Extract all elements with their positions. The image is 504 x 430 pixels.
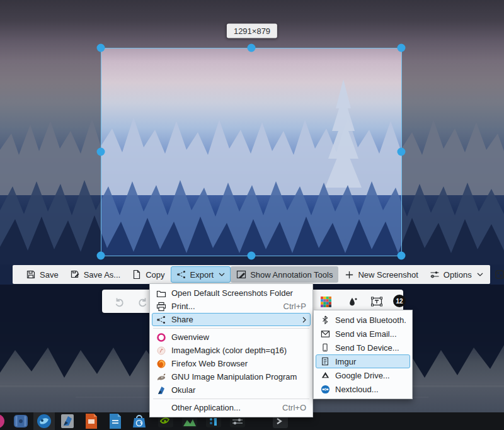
taskbar-icon-falkon-browser[interactable] bbox=[36, 413, 52, 429]
dim-overlay-right bbox=[402, 48, 504, 256]
taskbar-icon-libreoffice-impress[interactable] bbox=[83, 413, 100, 429]
menu-item-label: Other Application... bbox=[171, 403, 277, 412]
selection-size-label: 1291×879 bbox=[227, 24, 277, 38]
selection-handle-middle-right[interactable] bbox=[398, 148, 406, 156]
device-icon bbox=[320, 343, 330, 352]
selection-handle-middle-left[interactable] bbox=[97, 148, 105, 156]
submenu-arrow-icon bbox=[302, 317, 306, 323]
menu-item-imagemagick[interactable]: ImageMagick (color depth=q16) bbox=[152, 344, 311, 357]
fill-opacity-icon[interactable] bbox=[346, 295, 359, 308]
menu-item-nextcloud[interactable]: Nextcloud... bbox=[316, 382, 410, 396]
annotation-tools-icon bbox=[236, 269, 246, 280]
menu-item-label: Okular bbox=[171, 385, 306, 395]
printer-icon bbox=[156, 302, 166, 312]
help-icon bbox=[495, 269, 504, 280]
share-submenu: Send via Bluetooth... Send via Email... … bbox=[313, 310, 413, 399]
selection-handle-top-right[interactable] bbox=[398, 44, 406, 52]
redo-icon[interactable] bbox=[136, 295, 149, 308]
export-label: Export bbox=[190, 270, 214, 280]
font-size-badge[interactable]: 12 bbox=[393, 295, 406, 307]
options-button[interactable]: Options bbox=[424, 266, 489, 283]
menu-item-open-screenshots-folder[interactable]: Open Default Screenshots Folder bbox=[152, 286, 311, 300]
menu-separator bbox=[153, 399, 309, 399]
chevron-down-icon bbox=[219, 273, 225, 276]
menu-item-imgur[interactable]: Imgur bbox=[316, 354, 410, 368]
options-label: Options bbox=[444, 270, 472, 280]
new-screenshot-button[interactable]: New Screenshot bbox=[338, 266, 423, 283]
menu-item-shortcut: Ctrl+P bbox=[284, 302, 306, 311]
menu-item-send-bluetooth[interactable]: Send via Bluetooth... bbox=[316, 313, 410, 327]
selection-handle-bottom-right[interactable] bbox=[398, 252, 406, 260]
save-icon bbox=[26, 269, 36, 280]
menu-item-share[interactable]: Share bbox=[152, 313, 311, 326]
save-as-label: Save As... bbox=[84, 270, 121, 280]
menu-item-label: ImageMagick (color depth=q16) bbox=[171, 346, 306, 355]
menu-item-label: Print... bbox=[171, 302, 278, 311]
save-as-icon bbox=[70, 269, 80, 280]
selection-handle-bottom-left[interactable] bbox=[97, 252, 105, 260]
undo-icon[interactable] bbox=[113, 295, 126, 308]
show-annotation-tools-button[interactable]: Show Annotation Tools bbox=[231, 266, 338, 283]
imagemagick-icon bbox=[156, 346, 166, 356]
menu-item-okular[interactable]: Okular bbox=[152, 383, 311, 397]
menu-item-gwenview[interactable]: Gwenview bbox=[152, 331, 311, 344]
menu-item-label: Send via Email... bbox=[335, 329, 406, 339]
menu-item-label: GNU Image Manipulation Program bbox=[171, 372, 306, 382]
color-palette-icon[interactable] bbox=[319, 295, 332, 308]
taskbar-icon-okular[interactable] bbox=[59, 413, 76, 429]
menu-item-label: Open Default Screenshots Folder bbox=[171, 288, 306, 298]
dim-overlay-left bbox=[0, 48, 101, 256]
google-drive-icon bbox=[320, 371, 330, 380]
gimp-icon bbox=[156, 372, 166, 382]
spectacle-window: 1291×879 Save Save As... Copy Export bbox=[0, 0, 504, 430]
menu-item-send-to-device[interactable]: Send To Device... bbox=[316, 341, 410, 354]
share-icon bbox=[176, 269, 186, 280]
taskbar-icon-kwallet[interactable] bbox=[13, 413, 29, 429]
export-button[interactable]: Export bbox=[171, 266, 231, 283]
taskbar-icon-pinned-media[interactable] bbox=[0, 413, 6, 429]
menu-item-label: Send via Bluetooth... bbox=[335, 315, 406, 325]
plus-icon bbox=[344, 269, 354, 280]
taskbar-icon-discover[interactable] bbox=[131, 413, 147, 429]
menu-item-gimp[interactable]: GNU Image Manipulation Program bbox=[152, 370, 311, 383]
menu-item-label: Nextcloud... bbox=[335, 385, 406, 394]
selection-handle-top-left[interactable] bbox=[97, 44, 105, 52]
share-icon bbox=[156, 315, 166, 325]
menu-item-send-email[interactable]: Send via Email... bbox=[316, 327, 410, 341]
menu-item-firefox[interactable]: Firefox Web Browser bbox=[152, 357, 311, 370]
selection-handle-top-center[interactable] bbox=[248, 44, 256, 52]
help-button[interactable]: Help bbox=[489, 266, 504, 283]
menu-item-other-application[interactable]: Other Application... Ctrl+O bbox=[152, 401, 311, 414]
selection-handle-bottom-center[interactable] bbox=[248, 252, 256, 260]
nextcloud-icon bbox=[320, 385, 330, 394]
menu-item-label: Share bbox=[171, 315, 297, 324]
menu-item-shortcut: Ctrl+O bbox=[282, 403, 306, 412]
menu-item-label: Imgur bbox=[335, 357, 406, 366]
folder-icon bbox=[156, 288, 166, 298]
menu-item-google-drive[interactable]: Google Drive... bbox=[316, 368, 410, 382]
email-icon bbox=[320, 329, 330, 339]
options-sliders-icon bbox=[430, 269, 440, 280]
taskbar-icon-text-document[interactable] bbox=[107, 413, 123, 429]
menu-item-label: Firefox Web Browser bbox=[171, 359, 306, 368]
menu-item-label: Send To Device... bbox=[335, 343, 406, 353]
new-screenshot-label: New Screenshot bbox=[358, 270, 418, 280]
capture-selection[interactable] bbox=[101, 48, 402, 256]
gwenview-icon bbox=[156, 332, 166, 342]
bluetooth-icon bbox=[320, 315, 330, 324]
text-format-icon[interactable] bbox=[370, 295, 383, 308]
menu-item-label: Gwenview bbox=[171, 332, 306, 342]
menu-separator bbox=[153, 328, 309, 329]
copy-button[interactable]: Copy bbox=[126, 266, 170, 283]
chevron-down-icon bbox=[477, 273, 483, 276]
save-button[interactable]: Save bbox=[20, 266, 64, 283]
save-as-button[interactable]: Save As... bbox=[64, 266, 127, 283]
imgur-icon bbox=[320, 357, 330, 366]
save-label: Save bbox=[40, 270, 59, 280]
copy-icon bbox=[132, 269, 142, 280]
menu-item-label: Google Drive... bbox=[335, 371, 406, 380]
menu-item-print[interactable]: Print... Ctrl+P bbox=[152, 300, 311, 313]
firefox-icon bbox=[156, 359, 166, 369]
export-menu: Open Default Screenshots Folder Print...… bbox=[149, 283, 313, 417]
show-annotation-tools-label: Show Annotation Tools bbox=[250, 270, 333, 280]
